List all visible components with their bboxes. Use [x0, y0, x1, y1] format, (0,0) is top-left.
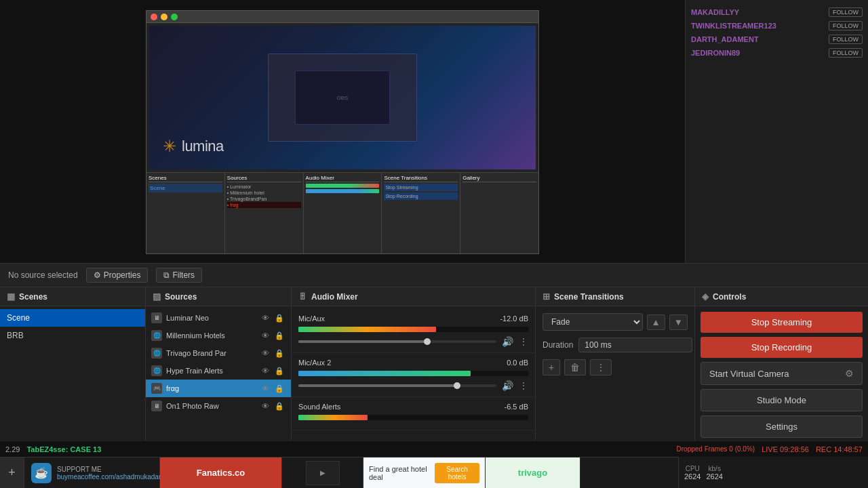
- source-controls-on1: 👁 🔒: [260, 401, 285, 411]
- bottom-add-button[interactable]: +: [0, 458, 24, 489]
- audio-more-icon-2[interactable]: ⋮: [519, 380, 528, 391]
- source-item-frag[interactable]: 🎮 frαg 👁 🔒: [146, 380, 291, 397]
- add-transition-button[interactable]: +: [542, 359, 560, 375]
- scene-item-scene[interactable]: Scene: [0, 309, 145, 327]
- lumina-logo-preview: ✳ lumina: [163, 137, 224, 156]
- chat-follow-btn-3[interactable]: FOLLOW: [829, 35, 863, 44]
- chat-sidebar: MAKADILLYY FOLLOW TWINKLISTREAMER123 FOL…: [685, 0, 868, 264]
- fanatics-ad[interactable]: Fanatics.co: [160, 458, 282, 488]
- app-header: No source selected ⚙ Properties ⧉ Filter…: [0, 263, 868, 287]
- bottom-sponsor: ☕ SUPPORT ME buymeacoffee.com/ashadmukad…: [24, 458, 160, 488]
- chat-users-list: MAKADILLYY FOLLOW TWINKLISTREAMER123 FOL…: [691, 5, 863, 60]
- chat-user-4: JEDIRONIN89 FOLLOW: [691, 46, 863, 60]
- source-visible-hype[interactable]: 👁: [260, 366, 271, 375]
- source-item-millennium[interactable]: 🌐 Millennium Hotels 👁 🔒: [146, 327, 291, 344]
- stop-recording-button[interactable]: Stop Recording: [701, 337, 863, 358]
- source-lock-frag[interactable]: 🔒: [273, 384, 285, 394]
- kb-value: 2624: [706, 472, 722, 481]
- remove-transition-button[interactable]: 🗑: [564, 359, 586, 375]
- audio-slider-1[interactable]: [298, 340, 496, 343]
- transitions-panel-header: ⊞ Scene Transitions: [536, 287, 694, 306]
- studio-mode-button[interactable]: Studio Mode: [701, 389, 863, 411]
- audio-meter-2: [298, 371, 528, 376]
- ticker-chat-message: TabEZ4sse: CASE 13: [26, 445, 101, 453]
- properties-button[interactable]: ⚙ Properties: [86, 268, 149, 283]
- source-lock-trivago[interactable]: 🔒: [273, 348, 285, 359]
- source-visible-trivago[interactable]: 👁: [260, 348, 271, 358]
- duration-input[interactable]: [578, 338, 692, 352]
- scenes-panel-header: ▦ Scenes: [0, 287, 145, 306]
- properties-label: Properties: [104, 270, 141, 280]
- source-lock-luminar[interactable]: 🔒: [273, 313, 285, 323]
- traffic-light-red[interactable]: [151, 14, 157, 20]
- recursive-label: OBS: [337, 95, 349, 101]
- sponsor-coffee-icon: ☕: [31, 463, 52, 483]
- more-transition-options[interactable]: ⋮: [590, 359, 612, 375]
- audio-channel-1-header: Mic/Aux -12.0 dB: [298, 314, 528, 323]
- transition-type-select[interactable]: Fade Cut Swipe: [542, 313, 643, 331]
- source-lock-hype[interactable]: 🔒: [273, 366, 285, 376]
- traffic-light-yellow[interactable]: [161, 14, 167, 20]
- obs-bottom-panels: Scenes Scene Sources ▪ Luminator ▪ Mille…: [146, 172, 538, 253]
- source-visible-frag[interactable]: 👁: [260, 384, 271, 393]
- audio-channel-1-name: Mic/Aux: [298, 314, 325, 323]
- source-visible-millennium[interactable]: 👁: [260, 331, 271, 340]
- audio-mute-icon-1[interactable]: 🔊: [502, 336, 513, 347]
- start-virtual-camera-label: Start Virtual Camera: [709, 369, 789, 379]
- sponsor-info: SUPPORT ME buymeacoffee.com/ashadmukadam: [57, 466, 164, 481]
- audio-channel-3-header: Sound Alerts -6.5 dB: [298, 403, 528, 411]
- trivago-ad[interactable]: trivago: [486, 458, 580, 488]
- hotel-ad[interactable]: Find a great hotel deal Search hotels: [363, 458, 486, 488]
- traffic-light-green[interactable]: [171, 14, 178, 20]
- chat-follow-btn-1[interactable]: FOLLOW: [829, 7, 863, 17]
- obs-panel-sources-header: Sources: [227, 175, 301, 182]
- audio-channel-2-db: 0.0 dB: [507, 359, 528, 367]
- transition-stepper-down[interactable]: ▼: [669, 314, 688, 330]
- virtual-camera-gear-icon: ⚙: [845, 368, 854, 379]
- live-label: LIVE: [762, 445, 778, 453]
- obs-window-preview: OBS ✳ lumina: [146, 10, 539, 254]
- source-item-hype[interactable]: 🌐 Hype Train Alerts 👁 🔒: [146, 362, 291, 380]
- settings-button[interactable]: Settings: [701, 415, 863, 438]
- audio-mute-icon-2[interactable]: 🔊: [502, 380, 513, 391]
- source-name-on1: On1 Photo Raw: [166, 402, 256, 410]
- obs-panel-scenes-header: Scenes: [149, 175, 222, 182]
- chat-follow-btn-2[interactable]: FOLLOW: [829, 21, 863, 30]
- controls-icon: ◈: [702, 291, 709, 302]
- scenes-panel: ▦ Scenes Scene BRB + −: [0, 287, 146, 457]
- source-item-trivago[interactable]: 🌐 Trivago Brand Par 👁 🔒: [146, 344, 291, 362]
- obs-transition-btn-2: Stop Recording: [384, 192, 458, 200]
- player-segment: ▶: [282, 458, 363, 488]
- chat-follow-btn-4[interactable]: FOLLOW: [829, 48, 863, 58]
- source-visible-luminar[interactable]: 👁: [260, 313, 271, 323]
- scenes-list: Scene BRB: [0, 306, 145, 441]
- audio-channels-list: Mic/Aux -12.0 dB 🔊 ⋮ Mic/: [292, 306, 535, 457]
- source-item-on1[interactable]: 🖥 On1 Photo Raw 👁 🔒: [146, 397, 291, 415]
- stop-streaming-button[interactable]: Stop Streaming: [701, 312, 863, 333]
- start-virtual-camera-button[interactable]: Start Virtual Camera ⚙: [701, 362, 863, 385]
- audio-more-icon-1[interactable]: ⋮: [519, 336, 528, 347]
- source-lock-on1[interactable]: 🔒: [273, 401, 285, 411]
- source-icon-luminar: 🖥: [151, 312, 162, 323]
- source-lock-millennium[interactable]: 🔒: [273, 331, 285, 341]
- chat-username-2: TWINKLISTREAMER123: [691, 22, 776, 30]
- rec-indicator: REC 14:48:57: [816, 445, 863, 453]
- source-visible-on1[interactable]: 👁: [260, 401, 271, 411]
- scenes-title: Scenes: [19, 292, 47, 302]
- audio-slider-2[interactable]: [298, 384, 496, 387]
- transitions-content: Fade Cut Swipe ▲ ▼ Duration + 🗑 ⋮: [536, 306, 694, 388]
- ticker-fps: 2.29: [5, 445, 20, 453]
- hotel-search-button[interactable]: Search hotels: [435, 463, 479, 483]
- sources-panel: ▨ Sources 🖥 Luminar Neo 👁 🔒 🌐 Millennium…: [146, 287, 292, 457]
- source-item-luminar[interactable]: 🖥 Luminar Neo 👁 🔒: [146, 309, 291, 327]
- source-controls-trivago: 👁 🔒: [260, 348, 285, 359]
- transition-stepper-up[interactable]: ▲: [647, 314, 665, 330]
- obs-panel-audio-header: Audio Mixer: [306, 175, 380, 182]
- audio-channel-3-db: -6.5 dB: [505, 403, 528, 411]
- obs-panel-controls-header: Gallery: [462, 175, 536, 182]
- audio-channel-2-name: Mic/Aux 2: [298, 359, 331, 367]
- filters-button[interactable]: ⧉ Filters: [156, 268, 202, 283]
- status-bar: CPU 2624 kb/s 2624: [678, 457, 868, 488]
- chat-user-1: MAKADILLYY FOLLOW: [691, 5, 863, 19]
- scene-item-brb[interactable]: BRB: [0, 327, 145, 344]
